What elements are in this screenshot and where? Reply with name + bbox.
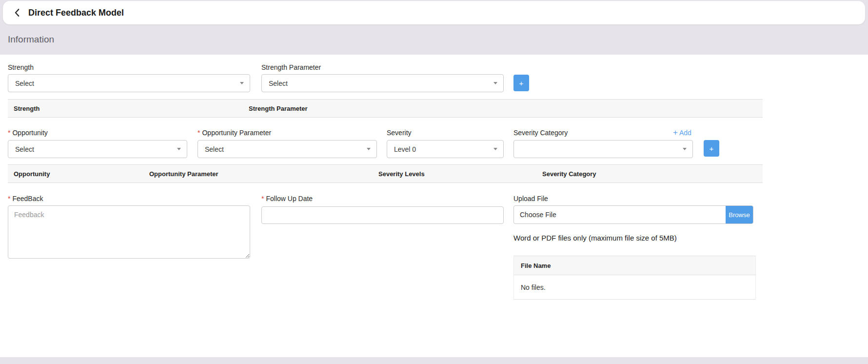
severity-select[interactable]: Level 0 bbox=[387, 140, 504, 158]
file-table-header-row: File Name bbox=[514, 256, 755, 275]
strength-label: Strength bbox=[8, 63, 34, 71]
opportunity-select[interactable]: Select bbox=[8, 140, 187, 158]
add-strength-button[interactable]: + bbox=[513, 75, 529, 91]
browse-button[interactable]: Browse bbox=[726, 206, 753, 223]
strength-table-col-parameter: Strength Parameter bbox=[249, 105, 308, 112]
file-table-empty-row: No files. bbox=[514, 275, 755, 300]
upload-file-label-text: Upload File bbox=[513, 195, 548, 202]
strength-select[interactable]: Select bbox=[8, 74, 250, 92]
choose-file-text: Choose File bbox=[520, 211, 556, 219]
strength-parameter-label: Strength Parameter bbox=[261, 63, 321, 71]
opportunity-table-col-severity-levels: Severity Levels bbox=[378, 170, 425, 178]
opportunity-parameter-select[interactable]: Select bbox=[197, 140, 377, 158]
required-asterisk: * bbox=[261, 195, 264, 202]
upload-file-label: Upload File bbox=[513, 195, 548, 202]
chevron-down-icon bbox=[177, 148, 181, 150]
page-title: Direct Feedback Model bbox=[28, 8, 124, 18]
required-asterisk: * bbox=[8, 195, 10, 202]
strength-table-col-strength: Strength bbox=[14, 105, 39, 112]
add-severity-category-link[interactable]: + Add bbox=[673, 128, 691, 137]
add-opportunity-button[interactable]: + bbox=[704, 140, 719, 157]
strength-table-header-row: Strength Strength Parameter bbox=[8, 99, 763, 118]
opportunity-table-col-opportunity: Opportunity bbox=[14, 170, 50, 178]
severity-category-select[interactable] bbox=[513, 140, 693, 158]
file-table-col-filename: File Name bbox=[521, 262, 551, 269]
severity-label-text: Severity bbox=[387, 129, 412, 137]
feedback-label-text: FeedBack bbox=[12, 195, 43, 202]
upload-note: Word or PDF files only (maximum file siz… bbox=[513, 234, 677, 242]
severity-label: Severity bbox=[387, 129, 412, 137]
strength-select-value: Select bbox=[15, 80, 34, 87]
chevron-left-icon bbox=[12, 7, 23, 18]
severity-select-value: Level 0 bbox=[394, 145, 416, 153]
file-table: File Name No files. bbox=[513, 256, 756, 300]
severity-category-label-text: Severity Category bbox=[513, 129, 568, 137]
upload-file-group: Choose File Browse bbox=[513, 205, 753, 224]
section-title: Information bbox=[8, 34, 54, 45]
followup-date-input[interactable] bbox=[261, 206, 504, 224]
chevron-down-icon bbox=[240, 82, 244, 84]
opportunity-table-col-severity-category: Severity Category bbox=[542, 170, 596, 178]
opportunity-parameter-label: *Opportunity Parameter bbox=[197, 129, 271, 137]
feedback-textarea[interactable] bbox=[8, 205, 250, 259]
chevron-down-icon bbox=[493, 148, 497, 150]
feedback-label: *FeedBack bbox=[8, 195, 43, 202]
opportunity-label: *Opportunity bbox=[8, 129, 48, 137]
choose-file-input[interactable]: Choose File bbox=[514, 206, 726, 223]
add-link-label: Add bbox=[679, 129, 691, 137]
strength-parameter-select[interactable]: Select bbox=[261, 74, 504, 92]
severity-category-label: Severity Category bbox=[513, 129, 568, 137]
chevron-down-icon bbox=[683, 148, 687, 150]
information-section-bar: Information bbox=[0, 24, 868, 55]
file-table-empty-text: No files. bbox=[521, 283, 546, 291]
strength-parameter-select-value: Select bbox=[269, 80, 288, 87]
opportunity-parameter-select-value: Select bbox=[205, 145, 224, 153]
followup-date-label-text: Follow Up Date bbox=[266, 195, 313, 202]
opportunity-select-value: Select bbox=[15, 145, 34, 153]
required-asterisk: * bbox=[197, 129, 200, 137]
plus-icon: + bbox=[673, 128, 678, 137]
strength-label-text: Strength bbox=[8, 63, 34, 71]
chevron-down-icon bbox=[493, 82, 497, 84]
followup-date-label: *Follow Up Date bbox=[261, 195, 313, 202]
opportunity-table-header-row: Opportunity Opportunity Parameter Severi… bbox=[8, 164, 763, 183]
strength-parameter-label-text: Strength Parameter bbox=[261, 63, 321, 71]
opportunity-label-text: Opportunity bbox=[12, 129, 47, 137]
opportunity-table-col-parameter: Opportunity Parameter bbox=[149, 170, 218, 178]
back-button[interactable] bbox=[11, 6, 24, 20]
required-asterisk: * bbox=[8, 129, 10, 137]
chevron-down-icon bbox=[367, 148, 371, 150]
opportunity-parameter-label-text: Opportunity Parameter bbox=[202, 129, 271, 137]
page: Direct Feedback Model Information Streng… bbox=[0, 0, 868, 364]
top-header-bar: Direct Feedback Model bbox=[3, 1, 865, 24]
